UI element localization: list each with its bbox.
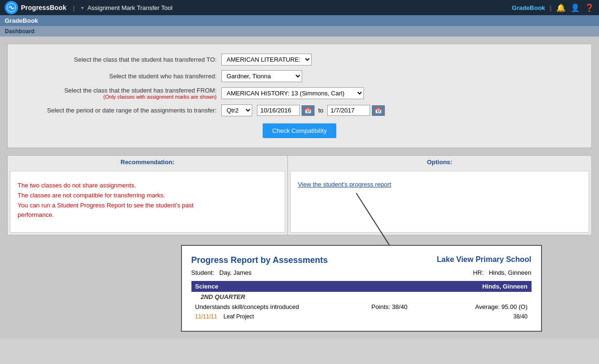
assignment-date: 11/11/11	[195, 313, 218, 320]
check-compatibility-button[interactable]: Check Compatibility	[263, 123, 336, 138]
from-class-select[interactable]: AMERICAN HISTORY: 13 (Simmons, Carl)	[221, 87, 364, 99]
nav-sep: |	[550, 4, 551, 11]
from-class-label: Select the class that the student has tr…	[22, 87, 217, 94]
form-panel: Select the class that the student has tr…	[7, 44, 592, 148]
points-label: Points: 38/40	[368, 302, 437, 312]
from-class-label-group: Select the class that the student has tr…	[22, 87, 221, 100]
progress-report-title: Progress Report by Assessments	[191, 255, 328, 265]
dashboard-bar: Dashboard	[0, 26, 599, 37]
assignment-score: 38/40	[437, 312, 532, 321]
panels-row: Recommendation: The two classes do not s…	[7, 155, 592, 235]
recommendation-header: Recommendation:	[8, 156, 287, 168]
nav-right: GradeBook | 🔔 👤 ❓	[512, 3, 594, 12]
assignment-info: 11/11/11 Leaf Project	[191, 312, 368, 321]
progress-report-header: Progress Report by Assessments Lake View…	[191, 255, 532, 265]
date-to-calendar-icon[interactable]: 📅	[372, 105, 385, 116]
period-select[interactable]: Qtr2	[221, 104, 252, 116]
from-class-row: Select the class that the student has tr…	[22, 87, 577, 100]
skill-row: Understands skill/concepts introduced Po…	[191, 302, 532, 312]
options-body: View the student's progress report	[290, 171, 589, 233]
assignment-row: 11/11/11 Leaf Project 38/40	[191, 312, 532, 321]
hr-name: Hinds, Ginneen	[489, 269, 532, 276]
view-report-link[interactable]: View the student's progress report	[298, 181, 391, 188]
recommendation-body: The two classes do not share assignments…	[10, 171, 285, 233]
student-row: Select the student who has transferred: …	[22, 70, 577, 82]
quarter-row: 2ND QUARTER	[191, 292, 532, 302]
help-icon[interactable]: ❓	[585, 3, 594, 12]
subject-name: Science	[191, 281, 368, 292]
from-class-note: (Only classes with assignment marks are …	[22, 94, 217, 100]
rec-line-2: The classes are not compatible for trans…	[18, 191, 277, 201]
to-class-control: AMERICAN LITERATURE: 11	[221, 54, 312, 65]
to-class-label: Select the class that the student has tr…	[22, 56, 221, 63]
main-content: Select the class that the student has tr…	[0, 37, 599, 339]
gradebook-label: GradeBook	[512, 4, 545, 11]
student-select[interactable]: Gardner, Tionna	[221, 70, 302, 82]
from-class-control: AMERICAN HISTORY: 13 (Simmons, Carl)	[221, 87, 364, 99]
recommendation-text: The two classes do not share assignments…	[18, 181, 277, 220]
progress-report-popup: Progress Report by Assessments Lake View…	[181, 245, 542, 332]
to-class-row: Select the class that the student has tr…	[22, 54, 577, 65]
rec-line-4: performance.	[18, 210, 277, 220]
student-label: Select the student who has transferred:	[22, 73, 221, 80]
student-info-right: HR: Hinds, Ginneen	[473, 269, 532, 276]
assignment-name: Leaf Project	[224, 313, 254, 320]
rec-line-1: The two classes do not share assignments…	[18, 181, 277, 191]
progress-student-info: Student: Day, James HR: Hinds, Ginneen	[191, 269, 532, 276]
period-control: Qtr2 📅 to 📅	[221, 104, 385, 116]
student-control: Gardner, Tionna	[221, 70, 302, 82]
nav-arrow-icon[interactable]: ▾	[81, 5, 84, 10]
average-label: Average: 95.00 (O)	[437, 302, 532, 312]
period-row: Select the period or date range of the a…	[22, 104, 577, 116]
date-to-input[interactable]	[327, 105, 370, 116]
check-btn-row: Check Compatibility	[22, 123, 577, 138]
user-icon[interactable]: 👤	[570, 3, 580, 12]
skill-label: Understands skill/concepts introduced	[191, 302, 368, 312]
nav-divider: |	[73, 4, 75, 11]
subject-row: Science Hinds, Ginneen	[191, 281, 532, 292]
dashboard-link[interactable]: Dashboard	[5, 28, 35, 35]
to-class-select[interactable]: AMERICAN LITERATURE: 11	[221, 54, 312, 65]
top-nav: ProgressBook | ▾ Assignment Mark Transfe…	[0, 0, 599, 15]
hr-label: HR:	[473, 269, 484, 276]
period-label: Select the period or date range of the a…	[22, 107, 221, 114]
student-info-left: Student: Day, James	[191, 269, 252, 276]
progress-table: Science Hinds, Ginneen 2ND QUARTER Under…	[191, 281, 532, 321]
gradebook-bar-label: GradeBook	[5, 17, 38, 24]
date-from-calendar-icon[interactable]: 📅	[302, 105, 314, 116]
bell-icon[interactable]: 🔔	[556, 3, 566, 12]
to-label: to	[318, 107, 323, 114]
nav-left: ProgressBook | ▾ Assignment Mark Transfe…	[5, 1, 172, 14]
subject-teacher: Hinds, Ginneen	[437, 281, 532, 292]
options-panel: Options: View the student's progress rep…	[288, 156, 591, 235]
progress-report-school: Lake View Primary School	[437, 255, 532, 265]
app-title: Assignment Mark Transfer Tool	[87, 4, 172, 11]
logo-icon	[5, 1, 18, 14]
quarter-label: 2ND QUARTER	[191, 292, 532, 302]
rec-line-3: You can run a Student Progress Report to…	[18, 201, 277, 211]
options-header: Options:	[288, 156, 591, 168]
gradebook-bar: GradeBook	[0, 15, 599, 26]
date-from-input[interactable]	[257, 105, 300, 116]
recommendation-panel: Recommendation: The two classes do not s…	[8, 156, 288, 235]
student-name: Day, James	[219, 269, 252, 276]
student-label: Student:	[191, 269, 214, 276]
logo-area: ProgressBook	[5, 1, 67, 14]
logo-text: ProgressBook	[21, 4, 67, 11]
